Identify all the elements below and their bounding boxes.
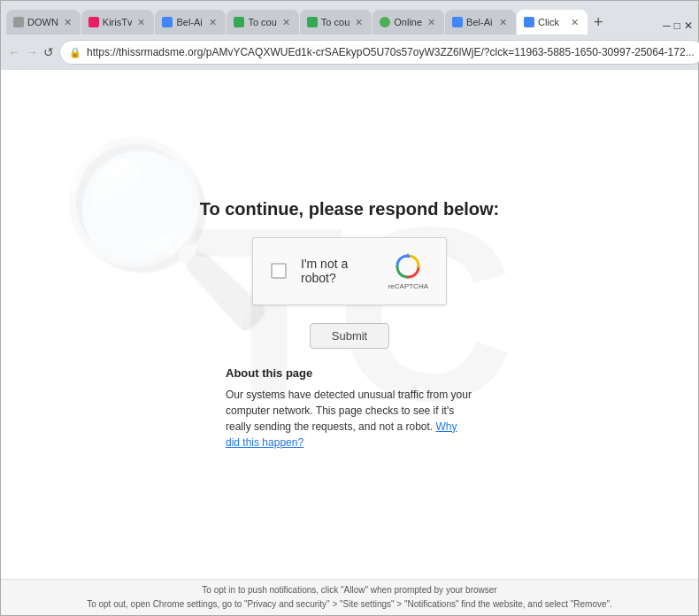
window-controls: ─ □ ✕ bbox=[663, 19, 693, 35]
back-icon: ← bbox=[8, 45, 20, 59]
address-bar[interactable]: 🔒 https://thissrmadsme.org/pAMvYCAQXWUEd… bbox=[59, 40, 699, 65]
reload-icon: ↺ bbox=[43, 45, 54, 59]
about-title: About this page bbox=[226, 366, 473, 380]
tab-close-6[interactable]: ✕ bbox=[426, 15, 437, 30]
tab-bar: DOWN ✕ KirisTv ✕ Bel-Ai ✕ To cou ✕ To co… bbox=[1, 1, 698, 35]
tab-favicon-5 bbox=[307, 17, 318, 27]
minimize-button[interactable]: ─ bbox=[663, 19, 671, 32]
tab-3[interactable]: Bel-Ai ✕ bbox=[155, 10, 226, 35]
tab-label-7: Bel-Ai bbox=[466, 17, 494, 27]
submit-button[interactable]: Submit bbox=[310, 323, 389, 349]
tab-label-5: To cou bbox=[321, 17, 350, 27]
page-title: To continue, please respond below: bbox=[200, 199, 500, 219]
captcha-box[interactable]: I'm not a robot? reCAPTCHA bbox=[252, 237, 447, 305]
bottom-notification-bar: To opt in to push notifications, click "… bbox=[1, 579, 698, 615]
page-content: 🔍 TC To continue, please respond below: … bbox=[1, 70, 698, 615]
forward-button[interactable]: → bbox=[26, 40, 38, 65]
tab-close-8[interactable]: ✕ bbox=[569, 15, 580, 30]
main-content: To continue, please respond below: I'm n… bbox=[1, 70, 698, 579]
browser-window: DOWN ✕ KirisTv ✕ Bel-Ai ✕ To cou ✕ To co… bbox=[0, 0, 699, 616]
about-text-content: Our systems have detected unusual traffi… bbox=[226, 389, 472, 433]
recaptcha-icon bbox=[394, 252, 422, 281]
tab-favicon-3 bbox=[162, 17, 173, 27]
tab-label-8: Click bbox=[538, 17, 565, 27]
tab-5[interactable]: To cou ✕ bbox=[300, 10, 372, 35]
close-button[interactable]: ✕ bbox=[684, 19, 693, 32]
tab-close-2[interactable]: ✕ bbox=[135, 15, 147, 30]
tab-favicon-4 bbox=[234, 17, 244, 27]
lock-icon: 🔒 bbox=[69, 47, 81, 58]
tab-8[interactable]: Click ✕ bbox=[517, 10, 588, 35]
captcha-label: I'm not a robot? bbox=[301, 257, 374, 285]
tab-label-3: Bel-Ai bbox=[176, 17, 204, 27]
tab-6[interactable]: Online ✕ bbox=[373, 10, 444, 35]
tab-close-3[interactable]: ✕ bbox=[207, 15, 219, 30]
recaptcha-logo: reCAPTCHA bbox=[388, 252, 428, 290]
tab-favicon-8 bbox=[524, 17, 534, 27]
tab-favicon-7 bbox=[452, 17, 463, 27]
maximize-button[interactable]: □ bbox=[674, 19, 680, 32]
url-text: https://thissrmadsme.org/pAMvYCAQXWUEd1k… bbox=[87, 46, 695, 58]
bottom-bar-line1: To opt in to push notifications, click "… bbox=[19, 583, 680, 597]
bottom-bar-line2: To opt out, open Chrome settings, go to … bbox=[19, 597, 680, 612]
tab-close-5[interactable]: ✕ bbox=[353, 15, 365, 30]
tab-close-4[interactable]: ✕ bbox=[280, 15, 292, 30]
captcha-checkbox[interactable] bbox=[271, 263, 287, 279]
tab-favicon-1 bbox=[13, 17, 24, 27]
tab-2[interactable]: KirisTv ✕ bbox=[81, 10, 155, 35]
tab-1[interactable]: DOWN ✕ bbox=[6, 10, 81, 35]
about-section: About this page Our systems have detecte… bbox=[226, 366, 473, 450]
tab-label-4: To cou bbox=[248, 17, 276, 27]
tab-close-1[interactable]: ✕ bbox=[62, 15, 73, 30]
tab-favicon-2 bbox=[88, 17, 99, 27]
tab-favicon-6 bbox=[380, 17, 390, 27]
forward-icon: → bbox=[26, 45, 38, 59]
about-text: Our systems have detected unusual traffi… bbox=[226, 387, 473, 450]
reload-button[interactable]: ↺ bbox=[43, 40, 54, 65]
toolbar: ← → ↺ 🔒 https://thissrmadsme.org/pAMvYCA… bbox=[1, 35, 698, 70]
new-tab-button[interactable]: + bbox=[588, 10, 609, 35]
back-button[interactable]: ← bbox=[8, 40, 20, 65]
tab-close-7[interactable]: ✕ bbox=[497, 15, 509, 30]
tab-4[interactable]: To cou ✕ bbox=[227, 10, 298, 35]
tab-label-1: DOWN bbox=[27, 17, 58, 27]
tab-label-6: Online bbox=[394, 17, 422, 27]
recaptcha-label: reCAPTCHA bbox=[388, 282, 428, 290]
tab-7[interactable]: Bel-Ai ✕ bbox=[445, 10, 516, 35]
tab-label-2: KirisTv bbox=[103, 17, 133, 27]
